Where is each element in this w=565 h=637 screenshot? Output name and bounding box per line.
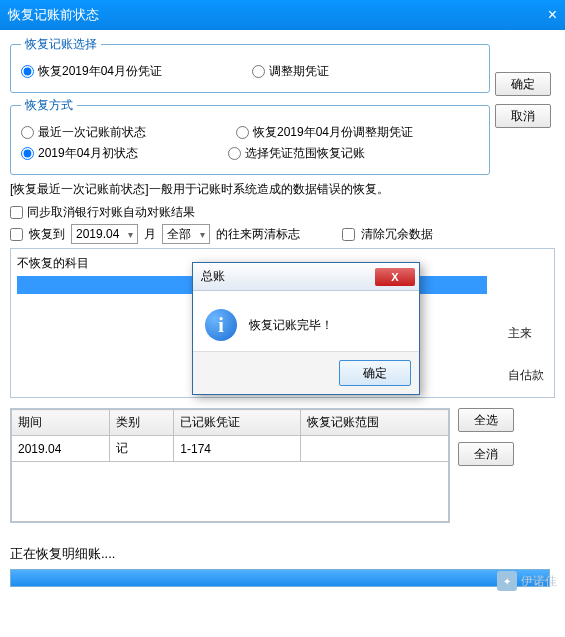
table-row[interactable]: 2019.04 记 1-174 <box>12 436 449 462</box>
watermark: ✦ 伊诺佳 <box>497 571 557 591</box>
col-vouchers: 已记账凭证 <box>174 410 301 436</box>
content-area: 恢复记账选择 恢复2019年04月份凭证 调整期凭证 恢复方式 最近一次记账前状… <box>0 30 565 593</box>
checkbox-clear-label: 清除冗余数据 <box>361 226 433 243</box>
col-period: 期间 <box>12 410 110 436</box>
restore-to-label: 恢复到 <box>29 226 65 243</box>
radio-select-range[interactable]: 选择凭证范围恢复记账 <box>228 145 365 162</box>
window-title: 恢复记账前状态 <box>8 6 99 24</box>
window-titlebar: 恢复记账前状态 × <box>0 0 565 30</box>
checkbox-sync-label: 同步取消银行对账自动对账结果 <box>27 204 195 221</box>
flag-label: 的往来两清标志 <box>216 226 300 243</box>
radio-last-state[interactable]: 最近一次记账前状态 <box>21 124 146 141</box>
scope-combo[interactable]: 全部 <box>162 224 210 244</box>
checkbox-clear-redundant[interactable] <box>342 228 355 241</box>
wechat-icon: ✦ <box>497 571 517 591</box>
radio-adjustment-period[interactable]: 调整期凭证 <box>252 63 329 80</box>
description-text: [恢复最近一次记账前状态]一般用于记账时系统造成的数据错误的恢复。 <box>10 181 555 198</box>
dialog-close-button[interactable]: X <box>375 268 415 286</box>
checkbox-sync-cancel[interactable] <box>10 206 23 219</box>
restore-method-group: 恢复方式 最近一次记账前状态 恢复2019年04月份调整期凭证 2019年04月… <box>10 97 490 175</box>
info-icon: i <box>205 309 237 341</box>
cancel-button[interactable]: 取消 <box>495 104 551 128</box>
deselect-all-button[interactable]: 全消 <box>458 442 514 466</box>
status-text: 正在恢复明细账.... <box>10 545 555 563</box>
col-type: 类别 <box>110 410 174 436</box>
ok-button[interactable]: 确定 <box>495 72 551 96</box>
hidden-text-peek: 主来 自估款 <box>508 321 544 387</box>
month-label: 月 <box>144 226 156 243</box>
dialog-titlebar: 总账 X <box>193 263 419 291</box>
select-all-button[interactable]: 全选 <box>458 408 514 432</box>
table-header-row: 期间 类别 已记账凭证 恢复记账范围 <box>12 410 449 436</box>
progress-bar <box>10 569 550 587</box>
col-range: 恢复记账范围 <box>301 410 449 436</box>
info-dialog: 总账 X i 恢复记账完毕！ 确定 <box>192 262 420 395</box>
restore-choice-group: 恢复记账选择 恢复2019年04月份凭证 调整期凭证 <box>10 36 490 93</box>
voucher-grid: 期间 类别 已记账凭证 恢复记账范围 2019.04 记 1-174 <box>10 408 450 523</box>
radio-april-initial[interactable]: 2019年04月初状态 <box>21 145 138 162</box>
dialog-ok-button[interactable]: 确定 <box>339 360 411 386</box>
period-combo[interactable]: 2019.04 <box>71 224 138 244</box>
close-icon[interactable]: × <box>548 6 557 24</box>
progress-fill <box>11 570 549 586</box>
radio-restore-adjust[interactable]: 恢复2019年04月份调整期凭证 <box>236 124 413 141</box>
dialog-title: 总账 <box>201 268 225 285</box>
restore-choice-legend: 恢复记账选择 <box>21 36 101 53</box>
checkbox-restore-to[interactable] <box>10 228 23 241</box>
restore-method-legend: 恢复方式 <box>21 97 77 114</box>
radio-restore-april[interactable]: 恢复2019年04月份凭证 <box>21 63 162 80</box>
dialog-message: 恢复记账完毕！ <box>249 317 333 334</box>
